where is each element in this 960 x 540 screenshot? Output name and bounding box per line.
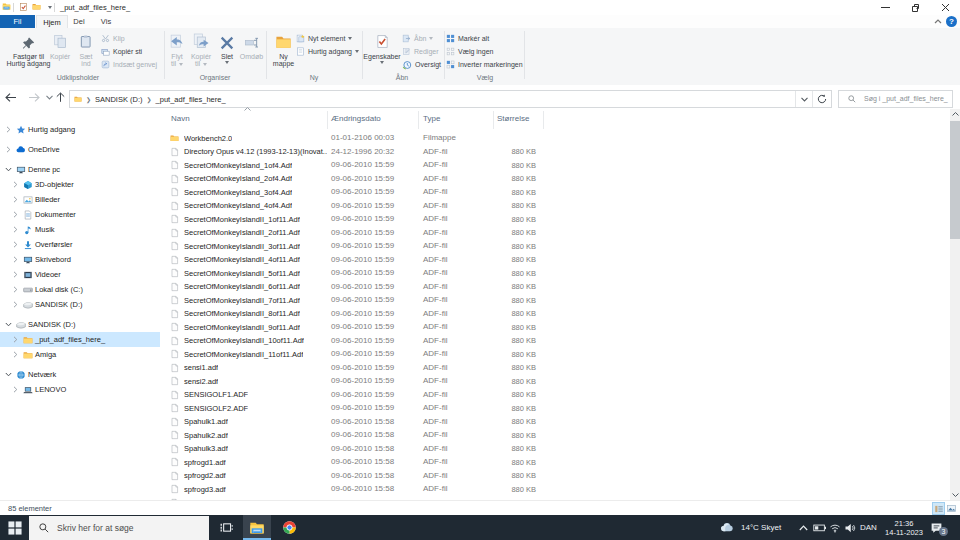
cut-button[interactable]: Klip (101, 33, 125, 44)
forward-button[interactable] (26, 89, 42, 105)
file-row[interactable]: sensi2.adf09-06-2010 15:59ADF-fil880 KB (160, 374, 960, 388)
divider[interactable] (327, 111, 328, 129)
file-row[interactable]: SecretOfMonkeyIslandII_10of11.Adf09-06-2… (160, 334, 960, 348)
address-dropdown-caret[interactable] (795, 91, 813, 107)
tree-item[interactable]: Videoer (0, 267, 160, 282)
open-button[interactable]: Åbn (402, 33, 433, 44)
file-row[interactable]: spfrogd2.adf09-06-2010 15:58ADF-fil880 K… (160, 469, 960, 483)
properties-button[interactable]: Egenskaber (364, 30, 400, 64)
tree-item[interactable]: SANDISK (D:) (0, 297, 160, 312)
close-button[interactable] (930, 0, 960, 15)
chevron-collapsed-icon[interactable] (11, 386, 19, 393)
chevron-expanded-icon[interactable] (4, 167, 12, 172)
tree-item[interactable]: Netværk (0, 367, 160, 382)
chevron-collapsed-icon[interactable] (11, 241, 19, 248)
divider[interactable] (543, 111, 544, 129)
file-row[interactable]: SecretOfMonkeyIslandII_11of11.Adf09-06-2… (160, 347, 960, 361)
maximize-button[interactable] (900, 0, 930, 15)
copy-button[interactable]: Kopiér (46, 30, 74, 60)
large-icons-view-button[interactable] (945, 502, 958, 515)
back-button[interactable] (2, 89, 18, 105)
collapse-ribbon-button[interactable] (934, 19, 942, 24)
tree-item[interactable]: Musik (0, 222, 160, 237)
tab-home[interactable]: Hjem (36, 15, 68, 29)
tree-item[interactable]: Denne pc (0, 162, 160, 177)
paste-button[interactable]: Sætind (74, 30, 98, 67)
quick-access-button[interactable]: Hurtig adgang (296, 46, 359, 57)
scroll-down-arrow[interactable] (950, 490, 960, 500)
taskbar-explorer-button[interactable] (243, 515, 271, 540)
new-item-button[interactable]: Nyt element (296, 33, 352, 44)
file-row[interactable]: SecretOfMonkeyIslandII_6of11.Adf09-06-20… (160, 280, 960, 294)
rename-button[interactable]: Omdøb (239, 30, 264, 60)
breadcrumb-chevron[interactable]: ❯ (86, 96, 91, 103)
tree-item[interactable]: _put_adf_files_here_ (0, 332, 160, 347)
chevron-collapsed-icon[interactable] (11, 211, 19, 218)
address-bar[interactable]: ❯ SANDISK (D:) ❯ _put_adf_files_here_ (69, 90, 832, 108)
qat-customize-caret[interactable] (48, 6, 52, 9)
up-button[interactable] (52, 89, 68, 105)
chevron-expanded-icon[interactable] (4, 372, 12, 377)
move-to-button[interactable]: Flyttil (166, 30, 188, 67)
notification-center-button[interactable]: 3 (930, 515, 943, 540)
file-row[interactable]: SecretOfMonkeyIslandII_9of11.Adf09-06-20… (160, 320, 960, 334)
tab-file[interactable]: Fil (0, 15, 35, 28)
column-header-type[interactable]: Type (423, 114, 440, 123)
chevron-collapsed-icon[interactable] (4, 126, 12, 133)
chevron-collapsed-icon[interactable] (11, 336, 19, 343)
start-button[interactable] (0, 515, 29, 540)
breadcrumb-current[interactable]: _put_adf_files_here_ (156, 95, 226, 104)
chevron-collapsed-icon[interactable] (11, 351, 19, 358)
scroll-up-arrow[interactable] (950, 109, 960, 119)
file-row[interactable]: SecretOfMonkeyIslandII_4of11.Adf09-06-20… (160, 253, 960, 267)
file-row[interactable]: SecretOfMonkeyIslandII_8of11.Adf09-06-20… (160, 307, 960, 321)
file-row[interactable]: SecretOfMonkeyIslandII_7of11.Adf09-06-20… (160, 293, 960, 307)
qat-new-folder-icon[interactable] (32, 2, 41, 11)
divider[interactable] (418, 111, 419, 129)
file-row[interactable]: SecretOfMonkeyIsland_2of4.Adf09-06-2010 … (160, 172, 960, 186)
volume-icon[interactable] (844, 515, 856, 540)
tree-item[interactable]: OneDrive (0, 142, 160, 157)
chevron-collapsed-icon[interactable] (11, 226, 19, 233)
file-row[interactable]: SecretOfMonkeyIsland_1of4.Adf09-06-2010 … (160, 158, 960, 172)
taskbar-search[interactable]: Skriv her for at søge (29, 516, 209, 540)
taskbar-chrome-button[interactable] (275, 515, 303, 540)
minimize-button[interactable] (870, 0, 900, 15)
task-view-button[interactable] (212, 515, 240, 540)
tree-item[interactable]: Overførsler (0, 237, 160, 252)
chevron-collapsed-icon[interactable] (11, 181, 19, 188)
clock[interactable]: 21:36 14-11-2023 (882, 515, 926, 540)
file-row[interactable]: SecretOfMonkeyIsland_3of4.Adf09-06-2010 … (160, 185, 960, 199)
edit-button[interactable]: Rediger (402, 46, 439, 57)
chevron-collapsed-icon[interactable] (11, 196, 19, 203)
tree-item[interactable]: LENOVO (0, 382, 160, 397)
file-row[interactable]: spfrogd3.adf09-06-2010 15:58ADF-fil880 K… (160, 482, 960, 496)
file-row[interactable]: SecretOfMonkeyIslandII_3of11.Adf09-06-20… (160, 239, 960, 253)
show-hidden-icons-button[interactable] (799, 515, 808, 540)
chevron-collapsed-icon[interactable] (11, 256, 19, 263)
new-folder-button[interactable]: Nymappe (270, 30, 297, 67)
vertical-scrollbar[interactable] (950, 109, 960, 500)
chevron-collapsed-icon[interactable] (4, 146, 12, 153)
chevron-collapsed-icon[interactable] (11, 271, 19, 278)
chevron-expanded-icon[interactable] (4, 322, 12, 327)
scrollbar-thumb[interactable] (950, 121, 960, 239)
column-header-size[interactable]: Størrelse (497, 114, 529, 123)
select-all-button[interactable]: Markér alt (446, 33, 489, 44)
tree-item[interactable]: Billeder (0, 192, 160, 207)
qat-properties-icon[interactable] (19, 2, 28, 12)
paste-shortcut-button[interactable]: Indsæt genvej (101, 59, 157, 70)
weather-widget[interactable]: 14°C Skyet (718, 515, 781, 540)
delete-button[interactable]: Slet (215, 30, 239, 64)
file-row[interactable]: SENSIGOLF1.ADF09-06-2010 15:59ADF-fil880… (160, 388, 960, 402)
battery-icon[interactable] (813, 515, 826, 540)
chevron-collapsed-icon[interactable] (11, 286, 19, 293)
file-row[interactable]: SENSIGOLF2.ADF09-06-2010 15:59ADF-fil880… (160, 401, 960, 415)
history-button[interactable]: Oversigt (402, 59, 441, 70)
tree-item[interactable]: Amiga (0, 347, 160, 362)
divider[interactable] (493, 111, 494, 129)
tree-item[interactable]: SANDISK (D:) (0, 317, 160, 332)
details-view-button[interactable] (932, 502, 945, 515)
search-box[interactable]: Søg i _put_adf_files_here_ (838, 90, 953, 108)
tab-share[interactable]: Del (66, 15, 92, 28)
